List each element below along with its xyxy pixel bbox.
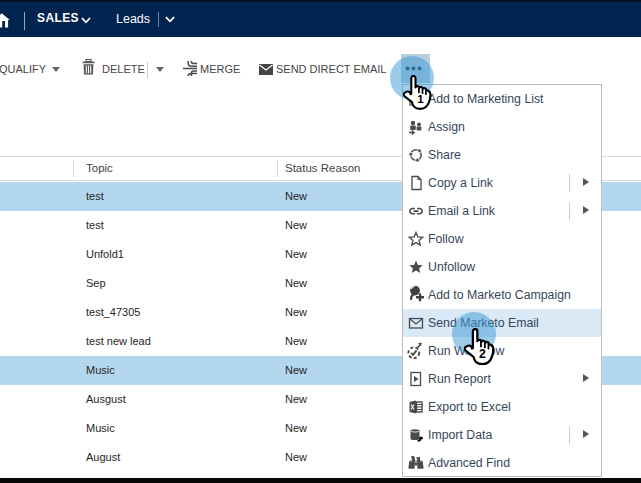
- svg-text:2: 2: [479, 347, 486, 361]
- svg-text:1: 1: [417, 93, 424, 105]
